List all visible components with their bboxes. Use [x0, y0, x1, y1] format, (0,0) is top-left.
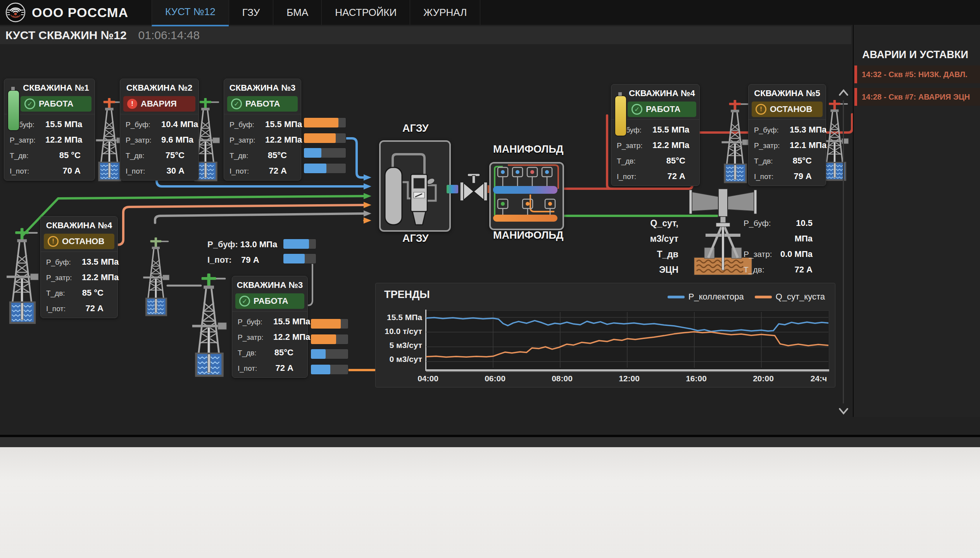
- gauge-bar: [311, 349, 349, 359]
- param-label: Т_дв:: [754, 157, 790, 165]
- agzu-label-top: АГЗУ: [402, 122, 429, 134]
- well-params: Р_буф:10.4 МПа Р_затр:9.6 МПа Т_дв:75°C …: [120, 114, 198, 180]
- derrick-icon-5: [192, 274, 226, 377]
- tab-settings[interactable]: НАСТРОЙКИ: [321, 0, 410, 25]
- main-valve[interactable]: [460, 174, 488, 202]
- param-label: Р_затр:: [754, 141, 790, 150]
- well-card-3-bottom[interactable]: СКВАЖИНА №3 ✓ РАБОТА Р_буф:15.5 МПа Р_за…: [232, 276, 308, 378]
- pipe-segment-mix: [447, 185, 458, 193]
- param-label: Т_дв:: [46, 289, 82, 298]
- well-card-5[interactable]: СКВАЖИНА №5 ! ОСТАНОВ Р_буф:15.3 МПа Р_з…: [748, 84, 826, 186]
- param-label: Р_затр:: [126, 136, 161, 145]
- well-card-4[interactable]: СКВАЖИНА №4 ✓ РАБОТА Р_буф:15.5 МПа Р_за…: [611, 84, 700, 186]
- param-value: 72 А: [82, 303, 114, 313]
- x-tick-label: 12:00: [612, 374, 647, 383]
- param-value: 72 А: [265, 166, 297, 176]
- status-badge: ✓ РАБОТА: [21, 96, 91, 112]
- status-text: РАБОТА: [254, 296, 288, 306]
- param-value: 72 А: [652, 171, 695, 181]
- param-label: I_пот:: [754, 172, 790, 181]
- legend-color-swatch: [755, 296, 772, 298]
- x-tick-label: 24:ч: [801, 374, 836, 383]
- scrollbar-track[interactable]: [843, 100, 844, 403]
- param-label: I_пот:: [46, 305, 82, 313]
- param-value: 15.5 МПа: [273, 317, 320, 327]
- param-label: Р_затр:: [617, 141, 652, 150]
- well-card-3[interactable]: СКВАЖИНА №3 ✓ РАБОТА Р_буф:15.5 МПа Р_за…: [224, 79, 301, 181]
- well-card-1[interactable]: СКВАЖИНА №1 ✓ РАБОТА Р_буф:15.5 МПа Р_за…: [4, 79, 95, 181]
- well-params: Р_буф:15.5 МПа Р_затр:12.2 МПа Т_дв:85°C…: [232, 311, 307, 377]
- well-name: СКВАЖИНА №5: [749, 84, 826, 98]
- y-tick-label: 5 м3/сут: [376, 341, 422, 350]
- gauge-bar: [311, 364, 349, 375]
- status-ok-icon: ✓: [239, 296, 250, 307]
- param-label: Р_буф:: [229, 121, 265, 129]
- ecn-caption-line: м3/сут: [636, 231, 678, 246]
- agzu-internals: [379, 140, 448, 229]
- y-tick-label: 15.5 МПа: [376, 313, 422, 322]
- status-text: АВАРИЯ: [141, 99, 177, 109]
- x-tick-label: 04:00: [411, 374, 445, 383]
- gauge-bar: [283, 253, 316, 264]
- scroll-up-icon[interactable]: [837, 87, 851, 98]
- gauge-bar: [283, 239, 316, 249]
- well-name: СКВАЖИНА №3: [224, 79, 301, 93]
- agzu-label-bottom: АГЗУ: [402, 232, 429, 245]
- param-value: 12.2 МПа: [265, 135, 312, 145]
- param-value: 10.5 МПа: [776, 215, 813, 246]
- x-tick-label: 08:00: [545, 374, 580, 383]
- well-card-2[interactable]: СКВАЖИНА №2 ! АВАРИЯ Р_буф:10.4 МПа Р_за…: [120, 79, 199, 181]
- param-value: 72 А: [776, 262, 813, 277]
- cylinder-icon: [614, 95, 627, 136]
- param-value: 15.3 МПа: [790, 125, 837, 135]
- cylinder-icon: [7, 90, 20, 131]
- param-label: Т_дв:: [229, 152, 265, 160]
- legend-item-p-collector[interactable]: Р_коллектора: [668, 292, 744, 302]
- param-label: Р_затр:: [229, 136, 265, 145]
- tab-kust-12[interactable]: КУСТ №12: [152, 0, 229, 26]
- tab-gzu[interactable]: ГЗУ: [229, 0, 273, 25]
- agzu-inlet-arrows: [364, 174, 371, 224]
- empty-desktop-area: [0, 447, 980, 558]
- param-label: I_пот:: [207, 255, 232, 265]
- param-value: 85 °C: [82, 288, 114, 298]
- param-label: I_пот:: [229, 167, 265, 176]
- status-text: ОСТАНОВ: [770, 104, 812, 114]
- param-value: 15.5 МПа: [265, 119, 312, 129]
- tab-bma[interactable]: БМА: [273, 0, 321, 25]
- derrick-icon-4: [143, 238, 169, 316]
- param-value: 12.2 МПа: [652, 140, 699, 150]
- param-label: Т_дв:: [617, 157, 652, 165]
- legend-item-q-kusta[interactable]: Q_сут_куста: [755, 292, 825, 302]
- gauge-bar: [304, 163, 346, 174]
- floating-param-1: Р_буф: 13.0 МПа: [207, 239, 277, 250]
- scroll-down-icon[interactable]: [837, 406, 851, 417]
- param-value: 12.2 МПа: [82, 272, 129, 282]
- floating-param-2: I_пот: 79 А: [207, 255, 259, 265]
- alarm-entry[interactable]: 14:32 - Скв #5: НИЗК. ДАВЛ.: [854, 65, 980, 83]
- top-bar: ООО РОССМА КУСТ №12 ГЗУ БМА НАСТРОЙКИ ЖУ…: [0, 0, 980, 25]
- param-label: Р_буф:: [754, 126, 790, 134]
- gauge-bar: [304, 148, 346, 158]
- x-tick-label: 16:00: [679, 374, 714, 383]
- alarm-entry[interactable]: 14:28 - Скв #7: АВАРИЯ ЭЦН: [854, 88, 980, 106]
- tab-journal[interactable]: ЖУРНАЛ: [410, 0, 480, 25]
- param-label: I_пот:: [10, 167, 45, 176]
- param-value: 13.0 МПа: [240, 239, 277, 249]
- param-label: Р_буф:: [238, 318, 273, 326]
- param-value: 15.5 МПа: [45, 119, 92, 129]
- trends-title: ТРЕНДЫ: [384, 289, 430, 301]
- well-card-4-bottom[interactable]: СКВАЖИНА №4 ! ОСТАНОВ Р_буф:13.5 МПа Р_з…: [40, 216, 118, 318]
- param-value: 9.6 МПа: [161, 135, 204, 145]
- y-tick-label: 0 м3/сут: [376, 355, 422, 364]
- derrick-icon-3: [7, 228, 38, 324]
- param-label: Т_дв:: [744, 262, 776, 277]
- well-name: СКВАЖИНА №3: [232, 276, 307, 290]
- main-scrollbar[interactable]: [837, 87, 851, 417]
- ecn-caption-line: Q_сут,: [636, 215, 678, 231]
- param-value: 30 А: [161, 166, 195, 176]
- ecn-caption: Q_сут, м3/сут Т_дв ЭЦН: [636, 215, 678, 277]
- param-value: 72 А: [273, 363, 304, 373]
- manifold-label-top: МАНИФОЛЬД: [493, 143, 564, 155]
- header-clock: 01:06:14:48: [138, 29, 200, 42]
